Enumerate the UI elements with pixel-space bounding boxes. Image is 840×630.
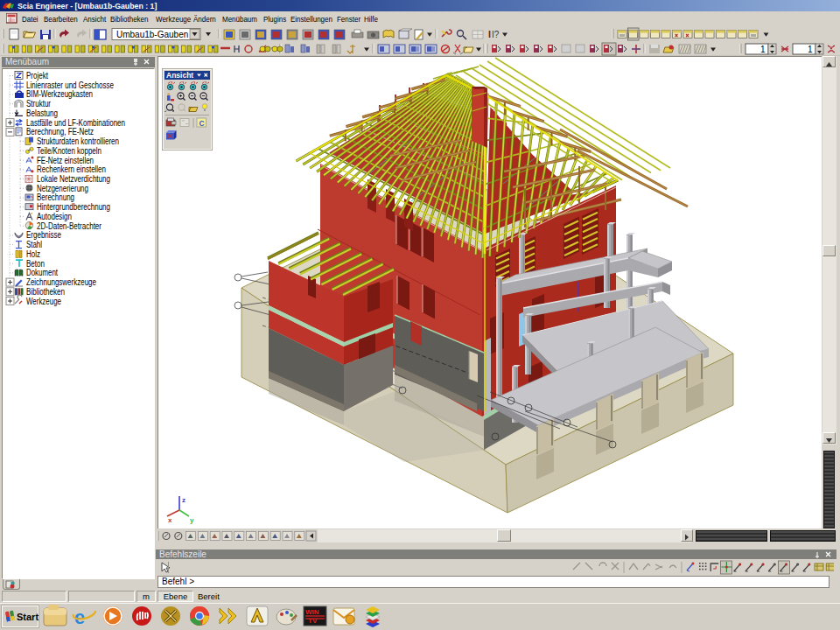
- svg-text:z: z: [182, 496, 186, 504]
- svg-text:Lastfälle und LF-Kombinationen: Lastfälle und LF-Kombinationen: [26, 118, 125, 128]
- svg-text:Dokument: Dokument: [26, 268, 58, 277]
- svg-text:C: C: [200, 119, 205, 128]
- svg-text:2D-Daten-Betrachter: 2D-Daten-Betrachter: [37, 221, 102, 231]
- svg-text:Belastung: Belastung: [26, 108, 58, 118]
- svg-text:I: I: [488, 29, 491, 39]
- svg-text:Strukturdaten kontrollieren: Strukturdaten kontrollieren: [37, 136, 119, 146]
- svg-text:y: y: [190, 516, 194, 524]
- svg-text:Hintergrundberechnung: Hintergrundberechnung: [37, 202, 110, 212]
- svg-text:Netzgenerierung: Netzgenerierung: [37, 184, 88, 193]
- svg-text:Ansicht: Ansicht: [166, 71, 193, 80]
- svg-text:Rechenkern einstellen: Rechenkern einstellen: [37, 164, 106, 174]
- svg-text:Holz: Holz: [26, 249, 40, 259]
- svg-text:Teile/Knoten koppeln: Teile/Knoten koppeln: [37, 146, 102, 156]
- svg-text:Berechnung: Berechnung: [37, 192, 74, 202]
- svg-text:Lokale Netzverdichtung: Lokale Netzverdichtung: [37, 174, 110, 184]
- svg-text:1: 1: [808, 45, 813, 54]
- svg-text:I?: I?: [492, 30, 500, 39]
- svg-text:1: 1: [760, 45, 766, 54]
- svg-text:BIM-Werkzeugkasten: BIM-Werkzeugkasten: [26, 89, 93, 99]
- svg-text:e: e: [74, 606, 85, 628]
- svg-text:Ergebnisse: Ergebnisse: [26, 230, 61, 240]
- svg-text:Stahl: Stahl: [26, 240, 42, 249]
- svg-text:Werkzeuge: Werkzeuge: [26, 297, 61, 306]
- svg-text:Struktur: Struktur: [26, 99, 52, 108]
- svg-text:WIN: WIN: [305, 608, 319, 616]
- svg-text:Berechnung, FE-Netz: Berechnung, FE-Netz: [26, 127, 94, 136]
- svg-text:Umbau1b-Gauben: Umbau1b-Gauben: [116, 30, 188, 39]
- svg-text:Zeichnungswerkzeuge: Zeichnungswerkzeuge: [26, 277, 96, 287]
- svg-text:x: x: [168, 516, 172, 524]
- svg-text:Autodesign: Autodesign: [37, 212, 72, 221]
- svg-text:FE-Netz einstellen: FE-Netz einstellen: [37, 156, 94, 165]
- svg-text:Start: Start: [17, 612, 38, 622]
- svg-text:Projekt: Projekt: [26, 71, 48, 80]
- svg-text:Beton: Beton: [26, 259, 45, 269]
- svg-text:Linienraster und Geschosse: Linienraster und Geschosse: [26, 80, 114, 90]
- svg-text:Bibliotheken: Bibliotheken: [26, 287, 65, 297]
